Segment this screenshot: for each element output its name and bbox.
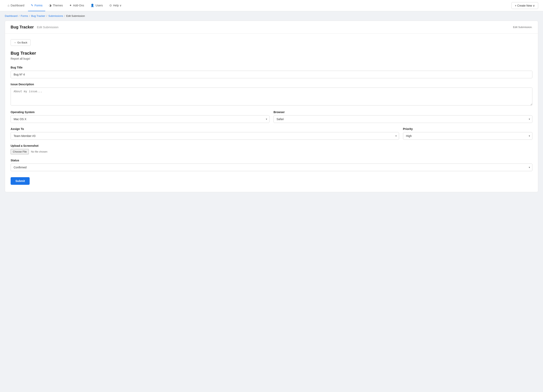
card-header-right: Edit Submission. bbox=[513, 26, 532, 29]
forms-icon: ✎ bbox=[31, 4, 34, 7]
os-select-wrapper: Mac OS X Windows Linux iOS Android ▾ bbox=[11, 115, 270, 123]
card-title: Bug Tracker bbox=[11, 25, 34, 29]
assign-to-label: Assign To bbox=[11, 127, 399, 131]
issue-description-group: Issue Description bbox=[11, 83, 532, 106]
nav-label-addons: Add-Ons bbox=[73, 4, 84, 7]
nav-label-forms: Forms bbox=[35, 4, 43, 7]
form-title: Bug Tracker bbox=[11, 51, 532, 56]
card-subtitle: Edit Submission bbox=[37, 25, 59, 29]
submit-label: Submit bbox=[15, 179, 25, 182]
create-new-label: + Create New ∨ bbox=[515, 4, 535, 7]
go-back-label: ← Go Back bbox=[14, 41, 27, 44]
nav-item-addons[interactable]: ✦ Add-Ons bbox=[67, 0, 87, 11]
breadcrumb-forms[interactable]: Forms bbox=[21, 14, 28, 17]
nav-left: ⌂ Dashboard ✎ Forms ◑ Themes ✦ Add-Ons 👤… bbox=[5, 0, 124, 11]
bug-title-group: Bug Title bbox=[11, 66, 532, 78]
home-icon: ⌂ bbox=[8, 4, 9, 7]
no-file-text: No file chosen bbox=[31, 150, 47, 153]
breadcrumb-bug-tracker[interactable]: Bug Tracker bbox=[31, 14, 45, 17]
os-select[interactable]: Mac OS X Windows Linux iOS Android bbox=[11, 115, 270, 123]
browser-group: Browser Safari Chrome Firefox Edge Opera… bbox=[273, 111, 532, 123]
nav-item-forms[interactable]: ✎ Forms bbox=[28, 0, 45, 11]
breadcrumb-dashboard[interactable]: Dashboard bbox=[5, 14, 18, 17]
status-select-wrapper: New Confirmed In Progress Resolved Close… bbox=[11, 164, 532, 171]
os-group: Operating System Mac OS X Windows Linux … bbox=[11, 111, 270, 123]
form-subtitle: Report all bugs! bbox=[11, 57, 532, 60]
upload-label: Upload a Screenshot bbox=[11, 144, 532, 147]
assign-to-group: Assign To Team Member #1 Team Member #2 … bbox=[11, 127, 399, 140]
breadcrumb-sep-1: / bbox=[19, 14, 20, 17]
go-back-button[interactable]: ← Go Back bbox=[11, 39, 31, 46]
breadcrumb-submissions[interactable]: Submissions bbox=[48, 14, 63, 17]
status-group: Status New Confirmed In Progress Resolve… bbox=[11, 159, 532, 171]
breadcrumb-sep-3: / bbox=[46, 14, 47, 17]
upload-group: Upload a Screenshot Choose File No file … bbox=[11, 144, 532, 154]
card-header-left: Bug Tracker Edit Submission bbox=[11, 25, 58, 29]
issue-description-label: Issue Description bbox=[11, 83, 532, 86]
breadcrumb-sep-4: / bbox=[64, 14, 65, 17]
card-header: Bug Tracker Edit Submission Edit Submiss… bbox=[5, 21, 538, 34]
create-new-button[interactable]: + Create New ∨ bbox=[511, 2, 538, 9]
main-content: Bug Tracker Edit Submission Edit Submiss… bbox=[0, 21, 543, 197]
help-icon: ⊙ bbox=[109, 4, 112, 7]
submit-button[interactable]: Submit bbox=[11, 177, 30, 185]
assign-to-select[interactable]: Team Member #1 Team Member #2 Team Membe… bbox=[11, 132, 399, 140]
assign-priority-row: Assign To Team Member #1 Team Member #2 … bbox=[11, 127, 532, 140]
status-label: Status bbox=[11, 159, 532, 162]
breadcrumb: Dashboard / Forms / Bug Tracker / Submis… bbox=[0, 11, 543, 21]
status-select[interactable]: New Confirmed In Progress Resolved Close… bbox=[11, 164, 532, 171]
nav-label-themes: Themes bbox=[53, 4, 63, 7]
nav-item-themes[interactable]: ◑ Themes bbox=[46, 0, 66, 11]
priority-group: Priority Low Medium High Critical ▾ bbox=[403, 127, 533, 140]
browser-label: Browser bbox=[273, 111, 532, 114]
main-card: Bug Tracker Edit Submission Edit Submiss… bbox=[5, 21, 538, 192]
bug-title-input[interactable] bbox=[11, 71, 532, 78]
users-icon: 👤 bbox=[90, 4, 94, 7]
bug-title-label: Bug Title bbox=[11, 66, 532, 69]
nav-item-dashboard[interactable]: ⌂ Dashboard bbox=[5, 0, 27, 11]
choose-file-label: Choose File bbox=[13, 150, 27, 153]
browser-select[interactable]: Safari Chrome Firefox Edge Opera bbox=[273, 115, 532, 123]
nav-label-users: Users bbox=[96, 4, 103, 7]
priority-select-wrapper: Low Medium High Critical ▾ bbox=[403, 132, 533, 140]
priority-label: Priority bbox=[403, 127, 533, 131]
nav-label-dashboard: Dashboard bbox=[11, 4, 24, 7]
breadcrumb-sep-2: / bbox=[29, 14, 30, 17]
themes-icon: ◑ bbox=[49, 4, 51, 7]
os-browser-row: Operating System Mac OS X Windows Linux … bbox=[11, 111, 532, 123]
issue-description-textarea[interactable] bbox=[11, 87, 532, 106]
breadcrumb-current: Edit Submission bbox=[66, 14, 85, 17]
browser-select-wrapper: Safari Chrome Firefox Edge Opera ▾ bbox=[273, 115, 532, 123]
nav-label-help: Help ∨ bbox=[113, 4, 122, 7]
nav-item-users[interactable]: 👤 Users bbox=[88, 0, 106, 11]
os-label: Operating System bbox=[11, 111, 270, 114]
assign-select-wrapper: Team Member #1 Team Member #2 Team Membe… bbox=[11, 132, 399, 140]
navbar: ⌂ Dashboard ✎ Forms ◑ Themes ✦ Add-Ons 👤… bbox=[0, 0, 543, 11]
card-body: ← Go Back Bug Tracker Report all bugs! B… bbox=[5, 34, 538, 192]
file-upload-wrapper: Choose File No file chosen bbox=[11, 149, 532, 154]
addons-icon: ✦ bbox=[69, 4, 72, 7]
priority-select[interactable]: Low Medium High Critical bbox=[403, 132, 533, 140]
nav-item-help[interactable]: ⊙ Help ∨ bbox=[107, 0, 124, 11]
choose-file-button[interactable]: Choose File bbox=[11, 149, 29, 154]
